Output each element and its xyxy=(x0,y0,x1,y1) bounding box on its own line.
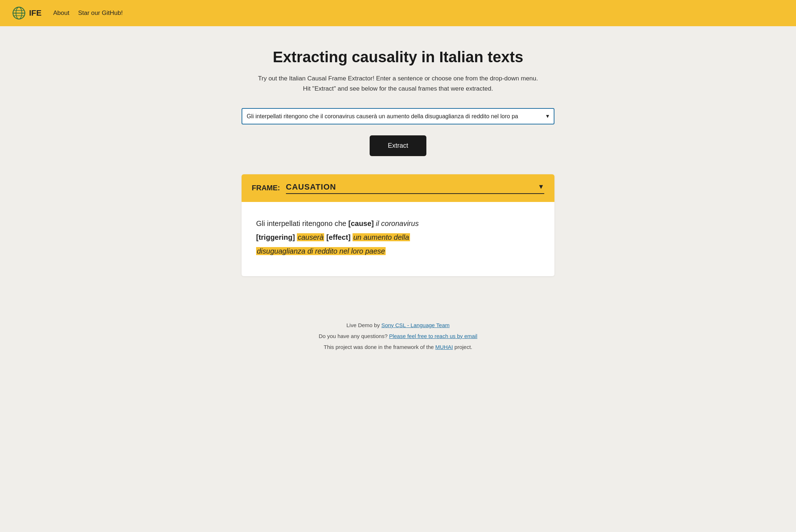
description-line2: Hit "Extract" and see below for the caus… xyxy=(303,85,493,92)
cause-text: il coronavirus xyxy=(376,219,419,227)
frame-header: FRAME: CAUSATION ▼ xyxy=(242,174,554,202)
frame-sentence: Gli interpellati ritengono che [cause] i… xyxy=(256,217,540,258)
muhai-link[interactable]: MUHAI xyxy=(435,344,453,350)
effect-text-start: un aumento della xyxy=(353,233,410,241)
main-content: Extracting causality in Italian texts Tr… xyxy=(234,26,562,313)
muhai-pre: This project was done in the framework o… xyxy=(324,344,434,350)
sentence-pre: Gli interpellati ritengono che xyxy=(256,219,346,227)
footer: Live Demo by Sony CSL - Language Team Do… xyxy=(0,313,796,367)
brand-text: IFE xyxy=(29,8,41,18)
footer-line3: This project was done in the framework o… xyxy=(7,342,789,353)
brand-link[interactable]: IFE xyxy=(12,6,41,20)
navbar-links: About Star our GitHub! xyxy=(53,9,123,17)
footer-line1: Live Demo by Sony CSL - Language Team xyxy=(7,320,789,331)
footer-line2: Do you have any questions? Please feel f… xyxy=(7,331,789,342)
questions-pre: Do you have any questions? xyxy=(319,333,387,339)
about-link[interactable]: About xyxy=(53,9,69,17)
frame-type: CAUSATION xyxy=(286,182,336,192)
effect-text-end: disuguaglianza di reddito nel loro paese xyxy=(256,247,386,255)
sentence-select-wrapper: Gli interpellati ritengono che il corona… xyxy=(242,108,554,124)
muhai-post: project. xyxy=(454,344,472,350)
extract-button[interactable]: Extract xyxy=(370,135,426,156)
live-demo-pre: Live Demo by xyxy=(346,322,380,328)
effect-tag: [effect] xyxy=(326,233,351,241)
select-container: Gli interpellati ritengono che il corona… xyxy=(242,108,554,124)
frame-body: Gli interpellati ritengono che [cause] i… xyxy=(242,202,554,276)
sony-csl-link[interactable]: Sony CSL - Language Team xyxy=(381,322,450,328)
github-link[interactable]: Star our GitHub! xyxy=(78,9,123,17)
page-title: Extracting causality in Italian texts xyxy=(242,48,554,66)
frame-label: FRAME: xyxy=(252,184,280,192)
trigger-tag: [triggering] xyxy=(256,233,295,241)
frame-card: FRAME: CAUSATION ▼ Gli interpellati rite… xyxy=(242,174,554,276)
cause-tag: [cause] xyxy=(348,219,374,227)
globe-icon xyxy=(12,6,26,20)
description-line1: Try out the Italian Causal Frame Extract… xyxy=(258,75,538,82)
frame-chevron-icon[interactable]: ▼ xyxy=(538,183,544,191)
sentence-select[interactable]: Gli interpellati ritengono che il corona… xyxy=(242,108,554,124)
page-description: Try out the Italian Causal Frame Extract… xyxy=(242,74,554,93)
trigger-text: causerà xyxy=(297,233,324,241)
frame-type-container: CAUSATION ▼ xyxy=(286,182,544,194)
email-link[interactable]: Please feel free to reach us by email xyxy=(389,333,477,339)
navbar: IFE About Star our GitHub! xyxy=(0,0,796,26)
